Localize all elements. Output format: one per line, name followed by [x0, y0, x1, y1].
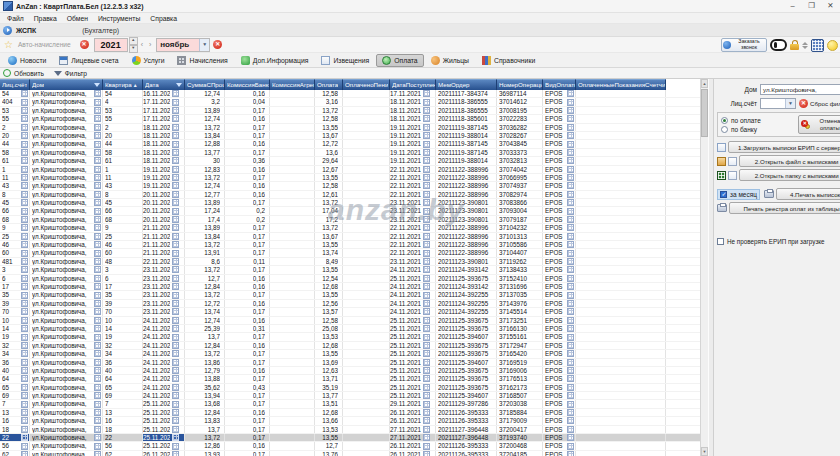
lookup-grid-icon[interactable] — [423, 191, 430, 198]
lookup-grid-icon[interactable] — [172, 401, 179, 408]
lookup-grid-icon[interactable] — [172, 342, 179, 349]
lookup-grid-icon[interactable] — [423, 308, 430, 315]
lookup-grid-icon[interactable] — [21, 266, 28, 273]
lookup-grid-icon[interactable] — [423, 392, 430, 399]
lookup-grid-icon[interactable] — [567, 208, 574, 215]
lookup-grid-icon[interactable] — [94, 308, 101, 315]
lookup-grid-icon[interactable] — [172, 141, 179, 148]
lookup-grid-icon[interactable] — [423, 132, 430, 139]
table-row[interactable]: 2ул.Криштофовича,218.11.202113,720,1713,… — [0, 124, 700, 132]
table-row[interactable]: 34ул.Криштофовича,3424.11.202113,720,171… — [0, 350, 700, 358]
scroll-up-icon[interactable]: ▲ — [701, 79, 708, 88]
column-header-8[interactable]: ОплаченоПени — [343, 79, 390, 90]
table-row[interactable]: 36ул.Криштофовича,3624.11.202113,860,171… — [0, 359, 700, 367]
lookup-grid-icon[interactable] — [172, 317, 179, 324]
lookup-grid-icon[interactable] — [423, 99, 430, 106]
lookup-grid-icon[interactable] — [172, 233, 179, 240]
lookup-grid-icon[interactable] — [21, 141, 28, 148]
tab-accruals[interactable]: Начисления — [171, 54, 233, 67]
table-row[interactable]: 13ул.Криштофовича,1325.11.202112,840,161… — [0, 409, 700, 417]
table-row[interactable]: 32ул.Криштофовича,3224.11.202112,840,161… — [0, 342, 700, 350]
lookup-grid-icon[interactable] — [21, 233, 28, 240]
lookup-grid-icon[interactable] — [423, 367, 430, 374]
table-row[interactable]: 9ул.Криштофовича,921.11.202113,890,1713,… — [0, 224, 700, 232]
lookup-grid-icon[interactable] — [94, 401, 101, 408]
table-row[interactable]: 64ул.Криштофовича,6424.11.202113,880,171… — [0, 375, 700, 383]
org-name[interactable]: ЖСПК — [16, 27, 36, 34]
lookup-grid-icon[interactable] — [172, 426, 179, 433]
lookup-grid-icon[interactable] — [567, 224, 574, 231]
lookup-grid-icon[interactable] — [172, 216, 179, 223]
radio-by-bank[interactable]: по банку — [721, 126, 761, 133]
table-row[interactable]: 55ул.Криштофовича,5517.11.202112,740,161… — [0, 115, 700, 123]
lookup-grid-icon[interactable] — [567, 392, 574, 399]
lookup-grid-icon[interactable] — [423, 434, 430, 441]
lookup-grid-icon[interactable] — [423, 115, 430, 122]
calculator-icon[interactable] — [811, 39, 824, 52]
lookup-grid-icon[interactable] — [172, 417, 179, 424]
close-button[interactable]: ✕ — [821, 0, 840, 12]
column-header-3[interactable]: Дата — [143, 79, 185, 90]
lookup-grid-icon[interactable] — [423, 124, 430, 131]
lookup-grid-icon[interactable] — [567, 115, 574, 122]
star-icon[interactable]: ☆ — [4, 40, 13, 50]
lookup-grid-icon[interactable] — [94, 275, 101, 282]
filter-funnel-icon[interactable] — [176, 83, 182, 87]
lookup-grid-icon[interactable] — [423, 409, 430, 416]
lookup-grid-icon[interactable] — [21, 384, 28, 391]
lookup-grid-icon[interactable] — [21, 275, 28, 282]
lookup-grid-icon[interactable] — [567, 99, 574, 106]
lookup-grid-icon[interactable] — [21, 182, 28, 189]
open-folder-button[interactable]: 2.Открыть папку с выписками — [739, 169, 840, 181]
table-row[interactable]: 44ул.Криштофовича,4418.11.202112,880,161… — [0, 140, 700, 148]
lookup-grid-icon[interactable] — [21, 283, 28, 290]
lookup-grid-icon[interactable] — [567, 199, 574, 206]
tab-accounts[interactable]: Лицевые счета — [53, 54, 124, 67]
lookup-grid-icon[interactable] — [172, 191, 179, 198]
chevron-down-icon[interactable]: ▼ — [785, 99, 795, 108]
menu-item-2[interactable]: Обмен — [62, 15, 93, 22]
lookup-grid-icon[interactable] — [567, 191, 574, 198]
lookup-grid-icon[interactable] — [94, 266, 101, 273]
lookup-grid-icon[interactable] — [172, 409, 179, 416]
lookup-grid-icon[interactable] — [567, 325, 574, 332]
print-registry-button[interactable]: Печать реестра оплат из таблицы — [729, 202, 840, 214]
play-icon[interactable] — [3, 26, 12, 35]
lookup-grid-icon[interactable] — [94, 149, 101, 156]
lookup-grid-icon[interactable] — [172, 250, 179, 257]
lookup-grid-icon[interactable] — [172, 375, 179, 382]
lookup-grid-icon[interactable] — [423, 141, 430, 148]
scrollbar-thumb[interactable] — [701, 89, 708, 137]
lookup-grid-icon[interactable] — [423, 174, 430, 181]
menu-item-3[interactable]: Инструменты — [93, 15, 145, 22]
lookup-grid-icon[interactable] — [567, 359, 574, 366]
table-row[interactable]: 6ул.Криштофовича,623.11.202112,70,1612,5… — [0, 275, 700, 283]
lookup-grid-icon[interactable] — [567, 401, 574, 408]
lookup-grid-icon[interactable] — [423, 182, 430, 189]
table-row[interactable]: 46ул.Криштофовича,4621.11.202113,720,171… — [0, 241, 700, 249]
lookup-grid-icon[interactable] — [21, 392, 28, 399]
lookup-grid-icon[interactable] — [423, 300, 430, 307]
lookup-grid-icon[interactable] — [172, 367, 179, 374]
table-row[interactable]: 69ул.Криштофовича,6924.11.202113,940,171… — [0, 392, 700, 400]
table-row[interactable]: 56ул.Криштофовича,5625.11.202112,860,161… — [0, 442, 700, 450]
scroll-down-icon[interactable]: ▼ — [701, 447, 708, 456]
table-row[interactable]: 62ул.Криштофовича,6226.11.202113,930,171… — [0, 451, 700, 456]
menu-item-4[interactable]: Справка — [145, 15, 182, 22]
clear-year-icon[interactable]: ✕ — [80, 40, 89, 49]
lookup-grid-icon[interactable] — [567, 308, 574, 315]
lookup-grid-icon[interactable] — [94, 367, 101, 374]
lookup-grid-icon[interactable] — [172, 334, 179, 341]
lookup-grid-icon[interactable] — [567, 216, 574, 223]
lookup-grid-icon[interactable] — [567, 384, 574, 391]
lookup-grid-icon[interactable] — [94, 434, 101, 441]
lookup-grid-icon[interactable] — [567, 334, 574, 341]
column-header-1[interactable]: Дом — [30, 79, 103, 90]
lookup-grid-icon[interactable] — [21, 149, 28, 156]
table-row[interactable]: 70ул.Криштофовича,7023.11.202113,740,171… — [0, 308, 700, 316]
lookup-grid-icon[interactable] — [423, 325, 430, 332]
lookup-grid-icon[interactable] — [172, 166, 179, 173]
lookup-grid-icon[interactable] — [21, 350, 28, 357]
lookup-grid-icon[interactable] — [172, 149, 179, 156]
lookup-grid-icon[interactable] — [172, 275, 179, 282]
